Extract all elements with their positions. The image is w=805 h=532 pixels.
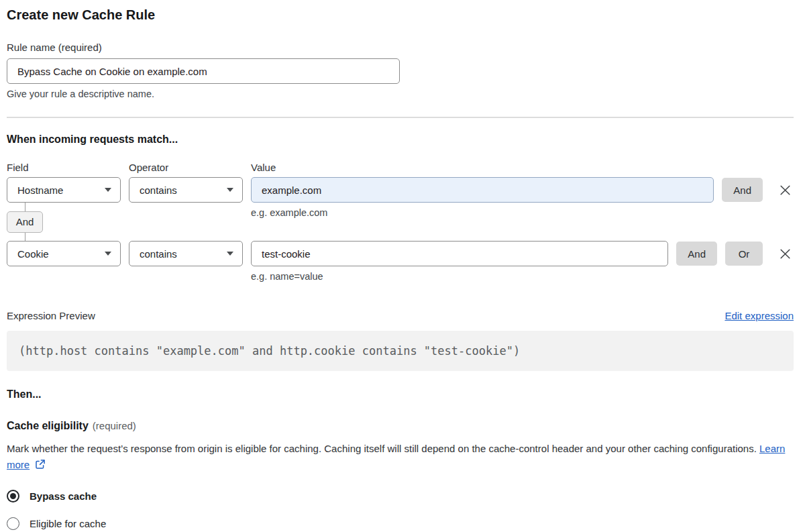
condition-column-labels: Field Operator Value [7,162,794,173]
connector-and-button[interactable]: And [7,211,43,233]
operator-column-label: Operator [129,162,243,173]
cache-eligibility-description: Mark whether the request’s response from… [7,441,789,473]
remove-condition-button-row1[interactable] [776,181,794,199]
description-text: Mark whether the request’s response from… [7,443,757,454]
value-input-row2[interactable] [251,241,668,266]
operator-select-row2-value: contains [140,248,177,260]
chevron-down-icon [105,252,111,256]
connector: And [7,203,43,241]
match-heading: When incoming requests match... [7,134,794,146]
close-icon [779,248,792,260]
radio-option-eligible-for-cache[interactable]: Eligible for cache [7,517,794,530]
radio-option-bypass-cache[interactable]: Bypass cache [7,490,794,502]
cache-eligibility-heading: Cache eligibility(required) [7,420,794,432]
operator-select-row1-value: contains [140,184,177,196]
rule-name-label: Rule name (required) [7,42,794,54]
then-heading: Then... [7,388,794,401]
radio-label: Eligible for cache [30,518,106,529]
condition-row: Cookie contains And Or [7,241,794,266]
create-cache-rule-form: Create new Cache Rule Rule name (require… [0,0,805,530]
value-column-label: Value [251,162,794,173]
condition-row: Hostname contains And [7,177,794,203]
chevron-down-icon [105,188,111,192]
add-or-condition-button-row2[interactable]: Or [725,242,763,266]
field-select-row1-value: Hostname [17,184,63,196]
connector-line-top [25,203,25,211]
add-and-condition-button-row2[interactable]: And [676,242,717,266]
field-column-label: Field [7,162,121,173]
required-note: (required) [93,420,136,431]
expression-preview-header: Expression Preview Edit expression [7,310,794,321]
close-icon [779,184,792,197]
expression-code-block: (http.host contains "example.com" and ht… [7,331,794,371]
chevron-down-icon [227,188,233,192]
field-select-row2[interactable]: Cookie [7,241,121,266]
cache-eligibility-title: Cache eligibility [7,420,89,431]
expression-preview-label: Expression Preview [7,310,95,321]
connector-line-bottom [25,233,25,242]
radio-selected-icon[interactable] [7,490,19,502]
field-select-row2-value: Cookie [17,248,49,260]
value-hint-row1: e.g. example.com [251,207,327,218]
add-and-condition-button-row1[interactable]: And [722,178,763,202]
rule-name-help: Give your rule a descriptive name. [7,89,794,99]
field-select-row1[interactable]: Hostname [7,177,121,203]
rule-name-input[interactable] [7,58,400,84]
operator-select-row2[interactable]: contains [129,241,243,266]
radio-unselected-icon[interactable] [7,517,19,530]
section-divider [7,117,794,118]
value-input-row1[interactable] [251,177,714,203]
remove-condition-button-row2[interactable] [776,245,794,262]
value-hint-row2: e.g. name=value [251,271,794,282]
page-title: Create new Cache Rule [7,5,794,24]
radio-label: Bypass cache [30,490,97,502]
operator-select-row1[interactable]: contains [129,177,243,203]
external-link-icon [35,459,46,470]
connector-zone: And e.g. example.com [7,203,794,241]
edit-expression-link[interactable]: Edit expression [724,310,794,321]
chevron-down-icon [227,252,233,256]
expression-code: (http.host contains "example.com" and ht… [19,344,520,358]
